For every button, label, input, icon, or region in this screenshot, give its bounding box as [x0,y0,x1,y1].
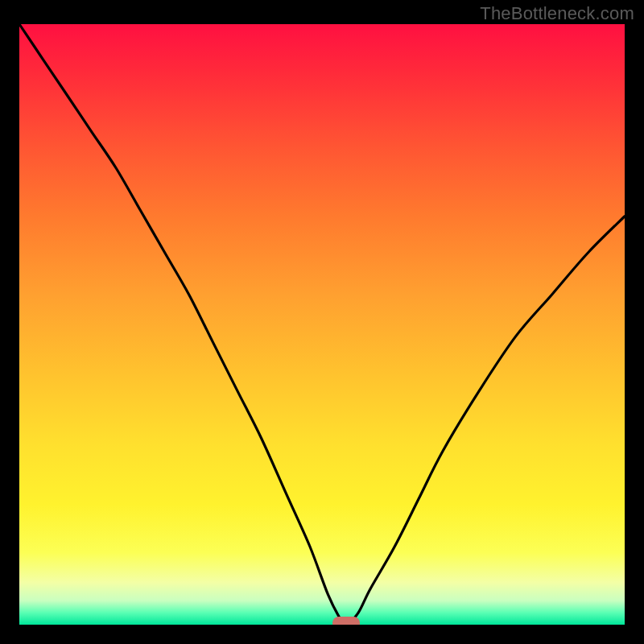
plot-area [19,24,625,625]
bottleneck-curve [19,24,625,625]
chart-frame: TheBottleneck.com [0,0,644,644]
watermark-text: TheBottleneck.com [480,3,634,24]
optimal-point-marker [332,617,360,625]
